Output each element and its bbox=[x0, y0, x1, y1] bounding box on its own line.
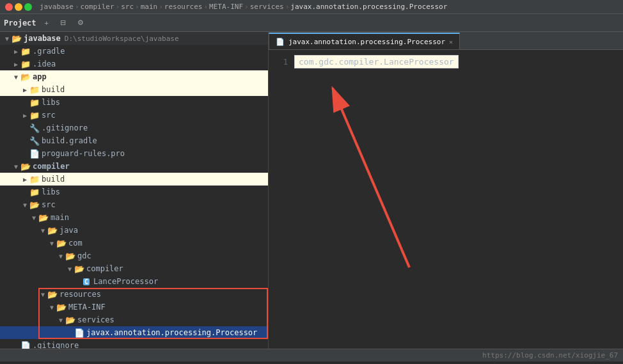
folder-icon: 📁 bbox=[29, 175, 40, 184]
line-number: 1 bbox=[269, 58, 294, 67]
sidebar: ▼ 📂 javabase D:\studioWorkspace\javabase… bbox=[0, 32, 269, 349]
status-bar: https://blog.csdn.net/xiogjie_67 bbox=[0, 349, 623, 361]
item-label: .gitignore bbox=[42, 123, 88, 132]
item-label: gdc bbox=[77, 251, 91, 260]
item-label: src bbox=[42, 200, 56, 209]
item-label: .gitignore bbox=[33, 341, 79, 349]
tree-item-proguard[interactable]: 📄 proguard-rules.pro bbox=[0, 147, 268, 160]
arrow-icon: ▶ bbox=[20, 86, 29, 93]
item-label: libs bbox=[42, 187, 60, 196]
svg-line-1 bbox=[333, 88, 409, 267]
item-label: build.gradle bbox=[42, 136, 97, 145]
tree-item-idea[interactable]: ▶ 📁 .idea bbox=[0, 58, 268, 70]
file-icon: 🔧 bbox=[29, 136, 40, 146]
folder-icon: 📂 bbox=[65, 315, 75, 325]
tree-item-compiler-build[interactable]: ▶ 📁 build bbox=[0, 173, 268, 186]
maximize-button[interactable] bbox=[24, 3, 32, 11]
breadcrumb-compiler[interactable]: compiler bbox=[81, 3, 114, 11]
breadcrumb-services[interactable]: services bbox=[250, 3, 284, 11]
editor-tab-processor[interactable]: 📄 javax.annotation.processing.Processor … bbox=[269, 33, 460, 49]
tree-item-resources[interactable]: ▼ 📂 resources bbox=[0, 288, 268, 301]
minimize-button[interactable] bbox=[15, 3, 22, 11]
close-button[interactable] bbox=[5, 3, 13, 11]
item-label: compiler bbox=[86, 264, 123, 273]
folder-icon: 📁 bbox=[29, 187, 40, 197]
arrow-icon: ▼ bbox=[20, 202, 29, 209]
tree-item-app-src[interactable]: ▶ 📁 src bbox=[0, 109, 268, 122]
item-label: src bbox=[42, 111, 56, 120]
folder-icon: 📂 bbox=[74, 264, 84, 274]
item-label: java bbox=[59, 226, 78, 235]
window-controls bbox=[5, 3, 32, 11]
item-label: .idea bbox=[33, 59, 56, 68]
tree-item-services[interactable]: ▼ 📂 services bbox=[0, 313, 268, 326]
folder-icon: 📂 bbox=[56, 239, 67, 248]
item-label: build bbox=[42, 175, 65, 184]
tree-item-app-buildgradle[interactable]: 🔧 build.gradle bbox=[0, 134, 268, 147]
tree-item-metainf[interactable]: ▼ 📂 META-INF bbox=[0, 301, 268, 313]
tree-item-lanceprocessor[interactable]: C LanceProcessor bbox=[0, 275, 268, 288]
tree-item-main[interactable]: ▼ 📂 main bbox=[0, 211, 268, 224]
item-label: libs bbox=[42, 98, 60, 107]
file-icon: 📄 bbox=[74, 328, 84, 338]
tree-item-processor-file[interactable]: 📄 javax.annotation.processing.Processor bbox=[0, 326, 268, 339]
arrow-icon: ▼ bbox=[12, 74, 20, 81]
root-path: D:\studioWorkspace\javabase bbox=[65, 35, 179, 43]
breadcrumb-javabase[interactable]: javabase bbox=[40, 3, 74, 11]
breadcrumb-metainf[interactable]: META-INF bbox=[209, 3, 243, 11]
layout-button[interactable]: ⊟ bbox=[57, 17, 69, 29]
arrow-icon: ▼ bbox=[38, 291, 47, 298]
tab-close-button[interactable]: ✕ bbox=[449, 38, 453, 45]
tree-item-gdc-compiler[interactable]: ▼ 📂 compiler bbox=[0, 262, 268, 275]
main-layout: ▼ 📂 javabase D:\studioWorkspace\javabase… bbox=[0, 32, 623, 349]
tree-item-root[interactable]: ▼ 📂 javabase D:\studioWorkspace\javabase bbox=[0, 32, 268, 45]
folder-icon: 📂 bbox=[47, 226, 58, 235]
arrow-icon: ▼ bbox=[56, 253, 65, 260]
breadcrumb-src[interactable]: src bbox=[121, 3, 134, 11]
main-toolbar: Project + ⊟ ⚙ bbox=[0, 14, 623, 32]
item-label: javax.annotation.processing.Processor bbox=[86, 328, 257, 337]
tree-item-gradle[interactable]: ▶ 📁 .gradle bbox=[0, 45, 268, 58]
title-bar: javabase › compiler › src › main › resou… bbox=[0, 0, 623, 14]
arrow-icon: ▶ bbox=[12, 61, 20, 68]
item-label: main bbox=[51, 213, 69, 222]
add-button[interactable]: + bbox=[42, 17, 52, 29]
item-label: proguard-rules.pro bbox=[42, 149, 125, 158]
tree-item-compiler[interactable]: ▼ 📂 compiler bbox=[0, 160, 268, 173]
class-icon: C bbox=[83, 278, 90, 285]
arrow-icon: ▼ bbox=[29, 214, 38, 221]
item-label: app bbox=[33, 72, 47, 81]
folder-icon: 📁 bbox=[20, 47, 31, 56]
arrow-icon: ▶ bbox=[20, 176, 29, 183]
item-label: resources bbox=[59, 290, 101, 299]
folder-icon: 📁 bbox=[29, 98, 40, 107]
status-url: https://blog.csdn.net/xiogjie_67 bbox=[482, 351, 618, 360]
red-arrow-overlay bbox=[294, 69, 499, 287]
tree-item-compiler-libs[interactable]: 📁 libs bbox=[0, 186, 268, 198]
folder-icon: 📂 bbox=[20, 72, 31, 82]
breadcrumb: javabase › compiler › src › main › resou… bbox=[40, 3, 447, 11]
tree-item-com[interactable]: ▼ 📂 com bbox=[0, 237, 268, 249]
tree-item-compiler-src[interactable]: ▼ 📂 src bbox=[0, 198, 268, 211]
item-label: com bbox=[68, 239, 83, 248]
tree-item-gdc[interactable]: ▼ 📂 gdc bbox=[0, 249, 268, 262]
tree-item-java[interactable]: ▼ 📂 java bbox=[0, 224, 268, 237]
tab-icon: 📄 bbox=[276, 38, 285, 46]
tab-label: javax.annotation.processing.Processor bbox=[288, 38, 445, 46]
breadcrumb-processor[interactable]: javax.annotation.processing.Processor bbox=[290, 3, 447, 11]
breadcrumb-main[interactable]: main bbox=[141, 3, 158, 11]
breadcrumb-resources[interactable]: resources bbox=[164, 3, 203, 11]
tree-item-root-gitignore[interactable]: 📄 .gitignore bbox=[0, 339, 268, 349]
item-label: build bbox=[42, 85, 65, 94]
settings-button[interactable]: ⚙ bbox=[74, 17, 87, 29]
folder-icon: 📂 bbox=[47, 290, 58, 299]
project-label: Project bbox=[4, 19, 36, 28]
folder-icon: 📂 bbox=[38, 213, 49, 223]
tree-item-app-libs[interactable]: 📁 libs bbox=[0, 96, 268, 109]
tree-item-app-gitignore[interactable]: 🔧 .gitignore bbox=[0, 122, 268, 134]
tree-item-app-build[interactable]: ▶ 📁 build bbox=[0, 83, 268, 96]
folder-icon: 📁 bbox=[29, 85, 40, 95]
tree-item-app[interactable]: ▼ 📂 app bbox=[0, 70, 268, 83]
item-label: .gradle bbox=[33, 47, 65, 56]
folder-icon: 📂 bbox=[12, 34, 22, 44]
